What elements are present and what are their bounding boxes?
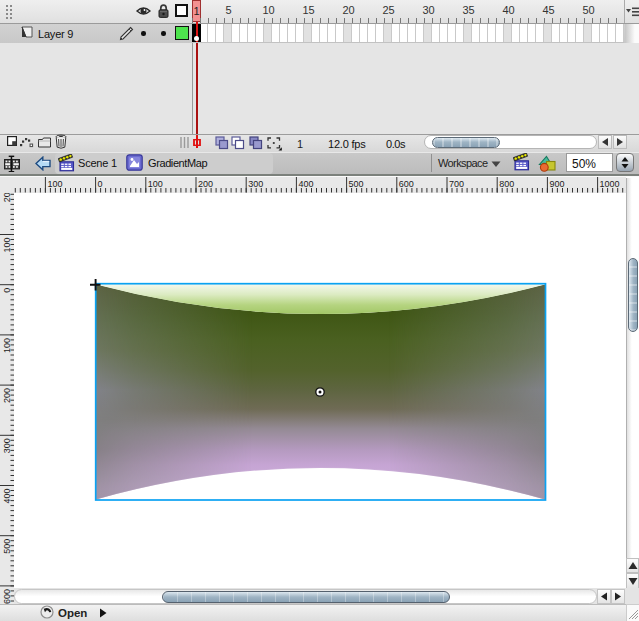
- svg-text:600: 600: [399, 179, 414, 189]
- svg-text:200: 200: [2, 193, 12, 202]
- svg-text:500: 500: [2, 539, 12, 554]
- svg-text:700: 700: [449, 179, 464, 189]
- svg-text:100: 100: [148, 179, 163, 189]
- svg-text:1000: 1000: [600, 179, 620, 189]
- svg-text:200: 200: [198, 179, 213, 189]
- svg-text:900: 900: [549, 179, 564, 189]
- svg-text:800: 800: [499, 179, 514, 189]
- svg-text:100: 100: [47, 179, 62, 189]
- svg-text:0: 0: [98, 179, 103, 189]
- svg-text:300: 300: [248, 179, 263, 189]
- svg-text:300: 300: [2, 438, 12, 453]
- svg-text:600: 600: [2, 589, 12, 604]
- svg-text:100: 100: [2, 338, 12, 353]
- svg-text:500: 500: [349, 179, 364, 189]
- svg-text:400: 400: [298, 179, 313, 189]
- svg-text:200: 200: [2, 388, 12, 403]
- svg-text:0: 0: [2, 288, 12, 293]
- svg-text:400: 400: [2, 488, 12, 503]
- svg-text:100: 100: [2, 237, 12, 252]
